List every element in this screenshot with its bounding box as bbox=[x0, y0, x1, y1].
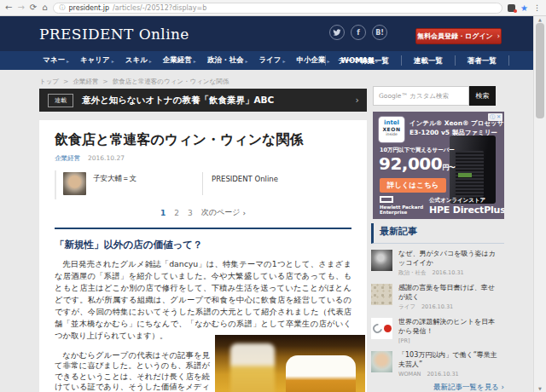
breadcrumb-separator: > bbox=[102, 78, 107, 86]
series-title: 意外と知らないオトナの教養「飲食業界」ABC bbox=[82, 95, 274, 107]
home-icon[interactable]: ⌂ bbox=[42, 3, 47, 12]
hpe-logo: Hewlett Packard Enterprise bbox=[380, 196, 423, 215]
page-number-3[interactable]: 3 bbox=[188, 209, 193, 217]
scrollbar-thumb[interactable] bbox=[536, 23, 544, 118]
server-tower-image bbox=[450, 135, 496, 204]
latest-article-item[interactable]: なぜ、男がタバコを吸う姿はカッコイイか 政治・社会 2016.10.31 bbox=[371, 244, 504, 278]
breadcrumb-home[interactable]: トップ bbox=[39, 78, 59, 86]
address-bar[interactable]: ⓘ president.jp/articles/-/20512?display=… bbox=[53, 3, 503, 14]
nav-item-career[interactable]: キャリア▸ bbox=[80, 55, 114, 66]
divider bbox=[202, 172, 203, 195]
author-avatar bbox=[63, 172, 86, 195]
sidebar-search: 検索 bbox=[373, 86, 496, 106]
chevron-right-icon: › bbox=[242, 209, 246, 217]
nav-index-links: テーマ特集一覧 連載一覧 著者一覧 bbox=[325, 55, 509, 66]
twitter-button[interactable] bbox=[329, 25, 345, 40]
browser-toolbar: ← → ⟳ ⌂ ⓘ president.jp/articles/-/20512?… bbox=[0, 0, 546, 16]
latest-item-meta: 政治・社会 2016.10.31 bbox=[398, 269, 499, 277]
site-logo[interactable]: PRESIDENT Online bbox=[39, 26, 189, 43]
facebook-icon: f bbox=[357, 29, 359, 37]
search-button[interactable]: 検索 bbox=[469, 86, 496, 106]
page-scrollbar[interactable]: ▲ ▼ bbox=[533, 16, 546, 392]
latest-article-item[interactable]: 感謝の言葉を毎日書けば、幸せが続く ライフ 2016.10.31 bbox=[371, 278, 504, 312]
logo-swirl bbox=[371, 322, 384, 335]
article-paragraph: なかむらグループの代表はその記事を見て非常に喜びました。というのも、系譜ができる… bbox=[55, 350, 210, 392]
article-image-beer bbox=[215, 335, 365, 392]
article-meta: 企業経営 2016.10.27 bbox=[55, 154, 351, 163]
scroll-down-icon[interactable]: ▼ bbox=[534, 386, 546, 391]
ad-cta-button[interactable]: 詳しくはこちら bbox=[380, 178, 446, 193]
chevron-icon: ▸ bbox=[149, 58, 152, 64]
latest-item-meta: ライフ 2016.10.31 bbox=[398, 303, 499, 311]
nav-link-series-list[interactable]: 連載一覧 bbox=[401, 55, 455, 66]
breadcrumb-category[interactable]: 企業経営 bbox=[73, 78, 98, 86]
breadcrumb-current: 飲食店と常連客のウィン・ウィンな関係 bbox=[113, 78, 229, 86]
nav-item-management[interactable]: 企業経営▸ bbox=[163, 55, 196, 66]
chevron-icon: ▸ bbox=[283, 58, 286, 64]
latest-item-title: 「103万円以内」で働く“専業主夫芸人” bbox=[398, 351, 499, 369]
article-date: 2016.10.27 bbox=[88, 154, 125, 163]
latest-item-meta: WOMAN 2016.10.31 bbox=[398, 371, 499, 378]
url-host: president.jp bbox=[69, 4, 110, 12]
article-source: PRESIDENT Online bbox=[212, 175, 278, 183]
hatena-icon: B! bbox=[375, 29, 384, 37]
ad-store: 公式オンラインストア HPE DirectPlus bbox=[429, 197, 504, 216]
latest-item-title: 感謝の言葉を毎日書けば、幸せが続く bbox=[398, 284, 499, 302]
latest-more-link[interactable]: 最新記事一覧を見る › bbox=[371, 383, 504, 392]
forward-icon[interactable]: → bbox=[17, 3, 24, 12]
series-banner[interactable]: 連載 意外と知らないオトナの教養「飲食業界」ABC › bbox=[39, 89, 367, 112]
article-thumbnail bbox=[371, 318, 392, 339]
back-icon[interactable]: ← bbox=[5, 3, 12, 12]
intel-xeon-badge: intel XEON inside bbox=[379, 117, 404, 142]
article-paragraph: 先日発売されたグルメ雑誌「dancyu」は、特集テーマの1つとして、さまざまな居… bbox=[55, 258, 351, 342]
social-links: f B! bbox=[329, 25, 387, 40]
login-button[interactable]: 無料会員登録・ログイン › bbox=[415, 28, 502, 44]
chevron-right-icon: › bbox=[497, 32, 500, 40]
article-category-link[interactable]: 企業経営 bbox=[55, 154, 80, 163]
article-card: 飲食店と常連客のウィン・ウィンな関係 企業経営 2016.10.27 子安大輔＝… bbox=[39, 120, 367, 392]
author-name: 子安大輔＝文 bbox=[93, 174, 136, 198]
latest-article-item[interactable]: 世界の課題解決のヒントを日本から発信！ [PR] bbox=[371, 312, 504, 345]
beer-mug-back bbox=[230, 343, 276, 392]
latest-item-meta: [PR] bbox=[398, 337, 499, 344]
toolbar-actions: ★ ⋮ bbox=[508, 3, 541, 13]
search-input[interactable] bbox=[373, 86, 469, 106]
page-number-2[interactable]: 2 bbox=[174, 209, 179, 217]
url-path: /articles/-/20512?display=b bbox=[113, 4, 206, 12]
next-page-link[interactable]: 次のページ › bbox=[201, 207, 246, 218]
ad-price: 92,000円〜 bbox=[379, 153, 455, 174]
beer-mug-front bbox=[286, 355, 357, 392]
chevron-icon: ▸ bbox=[194, 58, 196, 64]
facebook-button[interactable]: f bbox=[351, 25, 366, 40]
login-label: 無料会員登録・ログイン bbox=[417, 32, 493, 41]
reload-icon[interactable]: ⟳ bbox=[30, 3, 37, 12]
section-heading: 「新規性」以外の店の価値って？ bbox=[55, 239, 351, 251]
breadcrumb-separator: > bbox=[63, 78, 68, 86]
bookmark-star-icon[interactable]: ★ bbox=[520, 3, 528, 13]
hatena-button[interactable]: B! bbox=[372, 25, 387, 40]
latest-articles-heading: 最新記事 bbox=[371, 223, 504, 244]
latest-article-item[interactable]: 「103万円以内」で働く“専業主夫芸人” WOMAN 2016.10.31 bbox=[371, 345, 504, 378]
main-navigation: マネー▸ キャリア▸ スキル▸ 企業経営▸ 政治・社会▸ ライフ▸ 中小企業▸ … bbox=[0, 51, 533, 70]
logo-red-circle bbox=[384, 325, 392, 332]
latest-articles: 最新記事 なぜ、男がタバコを吸う姿はカッコイイか 政治・社会 2016.10.3… bbox=[371, 223, 504, 392]
page-number-1[interactable]: 1 bbox=[160, 209, 166, 217]
author-row: 子安大輔＝文 PRESIDENT Online bbox=[55, 170, 351, 199]
site-header: PRESIDENT Online f B! 無料会員登録・ログイン › bbox=[0, 16, 533, 51]
nav-link-author-list[interactable]: 著者一覧 bbox=[455, 55, 509, 66]
scroll-up-icon[interactable]: ▲ bbox=[534, 17, 546, 22]
nav-item-politics[interactable]: 政治・社会▸ bbox=[207, 55, 248, 66]
article-thumbnail bbox=[371, 351, 392, 372]
nav-item-money[interactable]: マネー▸ bbox=[43, 55, 69, 66]
nav-item-life[interactable]: ライフ▸ bbox=[258, 55, 285, 66]
hpe-logo-mark bbox=[380, 196, 393, 203]
nav-link-theme-list[interactable]: テーマ特集一覧 bbox=[325, 55, 401, 66]
page-info-icon[interactable]: ⓘ bbox=[60, 3, 66, 12]
extension-icon[interactable] bbox=[508, 4, 515, 12]
browser-menu-icon[interactable]: ⋮ bbox=[533, 3, 541, 12]
nav-item-skill[interactable]: スキル▸ bbox=[125, 55, 152, 66]
latest-item-title: なぜ、男がタバコを吸う姿はカッコイイか bbox=[398, 250, 499, 268]
article-thumbnail bbox=[371, 250, 392, 271]
hpe-intel-ad[interactable]: ⓘ ✕ intel XEON inside インテル® Xeon® プロセッサー… bbox=[373, 112, 504, 219]
latest-item-title: 世界の課題解決のヒントを日本から発信！ bbox=[398, 318, 499, 336]
